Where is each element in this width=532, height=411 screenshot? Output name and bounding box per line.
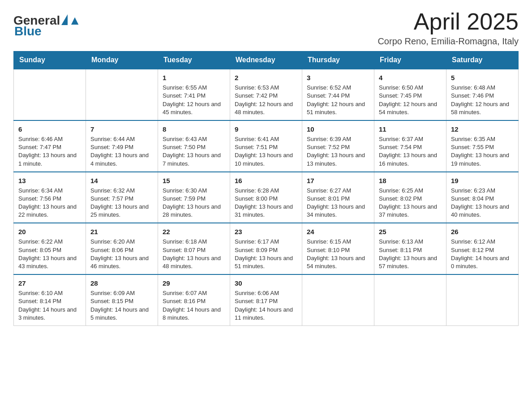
calendar-day-cell: 20Sunrise: 6:22 AM Sunset: 8:05 PM Dayli…	[14, 223, 86, 274]
day-number: 3	[307, 73, 369, 82]
calendar-day-cell	[14, 69, 86, 120]
day-number: 15	[163, 176, 225, 185]
calendar-day-cell: 29Sunrise: 6:07 AM Sunset: 8:16 PM Dayli…	[158, 274, 230, 325]
header-friday: Friday	[374, 51, 446, 69]
calendar-day-cell: 21Sunrise: 6:20 AM Sunset: 8:06 PM Dayli…	[86, 223, 158, 274]
calendar-day-cell: 17Sunrise: 6:27 AM Sunset: 8:01 PM Dayli…	[302, 172, 374, 223]
calendar-day-cell: 14Sunrise: 6:32 AM Sunset: 7:57 PM Dayli…	[86, 172, 158, 223]
calendar-table: Sunday Monday Tuesday Wednesday Thursday…	[13, 51, 519, 326]
day-number: 27	[18, 278, 81, 288]
calendar-day-cell: 30Sunrise: 6:06 AM Sunset: 8:17 PM Dayli…	[230, 274, 302, 325]
header-saturday: Saturday	[446, 51, 519, 69]
location-text: Corpo Reno, Emilia-Romagna, Italy	[378, 36, 519, 47]
day-info: Sunrise: 6:15 AM Sunset: 8:10 PM Dayligh…	[307, 238, 369, 270]
weekday-header-row: Sunday Monday Tuesday Wednesday Thursday…	[14, 51, 519, 69]
day-info: Sunrise: 6:30 AM Sunset: 7:59 PM Dayligh…	[163, 187, 225, 219]
calendar-day-cell: 24Sunrise: 6:15 AM Sunset: 8:10 PM Dayli…	[302, 223, 374, 274]
day-info: Sunrise: 6:18 AM Sunset: 8:07 PM Dayligh…	[163, 238, 225, 270]
day-info: Sunrise: 6:48 AM Sunset: 7:46 PM Dayligh…	[451, 84, 514, 116]
day-info: Sunrise: 6:22 AM Sunset: 8:05 PM Dayligh…	[18, 238, 81, 270]
calendar-day-cell	[446, 274, 519, 325]
day-number: 1	[163, 73, 225, 82]
day-number: 2	[235, 73, 297, 82]
calendar-day-cell	[86, 69, 158, 120]
calendar-day-cell: 15Sunrise: 6:30 AM Sunset: 7:59 PM Dayli…	[158, 172, 230, 223]
day-number: 28	[90, 278, 153, 288]
title-area: April 2025 Corpo Reno, Emilia-Romagna, I…	[378, 9, 519, 47]
day-info: Sunrise: 6:09 AM Sunset: 8:15 PM Dayligh…	[90, 289, 153, 322]
day-number: 14	[90, 176, 153, 185]
logo-triangle-icon	[61, 14, 68, 25]
calendar-day-cell: 18Sunrise: 6:25 AM Sunset: 8:02 PM Dayli…	[374, 172, 446, 223]
calendar-day-cell: 10Sunrise: 6:39 AM Sunset: 7:52 PM Dayli…	[302, 120, 374, 172]
calendar-day-cell	[374, 274, 446, 325]
day-info: Sunrise: 6:46 AM Sunset: 7:47 PM Dayligh…	[18, 135, 81, 168]
day-info: Sunrise: 6:25 AM Sunset: 8:02 PM Dayligh…	[379, 187, 442, 219]
day-info: Sunrise: 6:28 AM Sunset: 8:00 PM Dayligh…	[235, 187, 297, 219]
day-number: 25	[379, 227, 442, 236]
calendar-day-cell: 5Sunrise: 6:48 AM Sunset: 7:46 PM Daylig…	[446, 69, 519, 120]
header-thursday: Thursday	[302, 51, 374, 69]
calendar-day-cell: 9Sunrise: 6:41 AM Sunset: 7:51 PM Daylig…	[230, 120, 302, 172]
calendar-week-row: 27Sunrise: 6:10 AM Sunset: 8:14 PM Dayli…	[14, 274, 519, 325]
day-number: 19	[451, 176, 514, 185]
day-number: 18	[379, 176, 442, 185]
calendar-day-cell: 13Sunrise: 6:34 AM Sunset: 7:56 PM Dayli…	[14, 172, 86, 223]
day-number: 6	[18, 124, 81, 134]
day-info: Sunrise: 6:27 AM Sunset: 8:01 PM Dayligh…	[307, 187, 369, 219]
day-number: 23	[235, 227, 297, 236]
calendar-day-cell: 4Sunrise: 6:50 AM Sunset: 7:45 PM Daylig…	[374, 69, 446, 120]
calendar-day-cell: 8Sunrise: 6:43 AM Sunset: 7:50 PM Daylig…	[158, 120, 230, 172]
calendar-week-row: 20Sunrise: 6:22 AM Sunset: 8:05 PM Dayli…	[14, 223, 519, 274]
header-monday: Monday	[86, 51, 158, 69]
calendar-day-cell: 26Sunrise: 6:12 AM Sunset: 8:12 PM Dayli…	[446, 223, 519, 274]
logo-blue-text: Blue	[14, 24, 42, 39]
day-info: Sunrise: 6:06 AM Sunset: 8:17 PM Dayligh…	[235, 289, 297, 322]
day-info: Sunrise: 6:53 AM Sunset: 7:42 PM Dayligh…	[235, 84, 297, 116]
calendar-week-row: 1Sunrise: 6:55 AM Sunset: 7:41 PM Daylig…	[14, 69, 519, 120]
day-number: 30	[235, 278, 297, 288]
day-info: Sunrise: 6:34 AM Sunset: 7:56 PM Dayligh…	[18, 187, 81, 219]
day-number: 22	[163, 227, 225, 236]
day-info: Sunrise: 6:12 AM Sunset: 8:12 PM Dayligh…	[451, 238, 514, 270]
header-tuesday: Tuesday	[158, 51, 230, 69]
day-info: Sunrise: 6:43 AM Sunset: 7:50 PM Dayligh…	[163, 135, 225, 168]
calendar-week-row: 6Sunrise: 6:46 AM Sunset: 7:47 PM Daylig…	[14, 120, 519, 172]
day-info: Sunrise: 6:07 AM Sunset: 8:16 PM Dayligh…	[163, 289, 225, 322]
calendar-day-cell: 19Sunrise: 6:23 AM Sunset: 8:04 PM Dayli…	[446, 172, 519, 223]
calendar-day-cell: 23Sunrise: 6:17 AM Sunset: 8:09 PM Dayli…	[230, 223, 302, 274]
day-info: Sunrise: 6:50 AM Sunset: 7:45 PM Dayligh…	[379, 84, 442, 116]
calendar-day-cell: 11Sunrise: 6:37 AM Sunset: 7:54 PM Dayli…	[374, 120, 446, 172]
day-number: 17	[307, 176, 369, 185]
day-number: 9	[235, 124, 297, 134]
calendar-week-row: 13Sunrise: 6:34 AM Sunset: 7:56 PM Dayli…	[14, 172, 519, 223]
header-wednesday: Wednesday	[230, 51, 302, 69]
day-number: 10	[307, 124, 369, 134]
calendar-day-cell: 6Sunrise: 6:46 AM Sunset: 7:47 PM Daylig…	[14, 120, 86, 172]
calendar-day-cell	[302, 274, 374, 325]
calendar-day-cell: 16Sunrise: 6:28 AM Sunset: 8:00 PM Dayli…	[230, 172, 302, 223]
calendar-day-cell: 27Sunrise: 6:10 AM Sunset: 8:14 PM Dayli…	[14, 274, 86, 325]
calendar-day-cell: 12Sunrise: 6:35 AM Sunset: 7:55 PM Dayli…	[446, 120, 519, 172]
calendar-day-cell: 28Sunrise: 6:09 AM Sunset: 8:15 PM Dayli…	[86, 274, 158, 325]
day-number: 24	[307, 227, 369, 236]
calendar-day-cell: 2Sunrise: 6:53 AM Sunset: 7:42 PM Daylig…	[230, 69, 302, 120]
day-info: Sunrise: 6:23 AM Sunset: 8:04 PM Dayligh…	[451, 187, 514, 219]
day-number: 12	[451, 124, 514, 134]
day-number: 7	[90, 124, 153, 134]
page-header: General ▲ Blue April 2025 Corpo Reno, Em…	[13, 9, 519, 47]
day-number: 29	[163, 278, 225, 288]
calendar-day-cell: 1Sunrise: 6:55 AM Sunset: 7:41 PM Daylig…	[158, 69, 230, 120]
day-number: 16	[235, 176, 297, 185]
day-number: 11	[379, 124, 442, 134]
calendar-day-cell: 7Sunrise: 6:44 AM Sunset: 7:49 PM Daylig…	[86, 120, 158, 172]
day-number: 5	[451, 73, 514, 82]
day-info: Sunrise: 6:20 AM Sunset: 8:06 PM Dayligh…	[90, 238, 153, 270]
month-title: April 2025	[378, 9, 519, 34]
day-info: Sunrise: 6:39 AM Sunset: 7:52 PM Dayligh…	[307, 135, 369, 168]
day-number: 21	[90, 227, 153, 236]
logo: General ▲ Blue	[13, 9, 81, 39]
day-number: 8	[163, 124, 225, 134]
calendar-day-cell: 25Sunrise: 6:13 AM Sunset: 8:11 PM Dayli…	[374, 223, 446, 274]
day-info: Sunrise: 6:32 AM Sunset: 7:57 PM Dayligh…	[90, 187, 153, 219]
